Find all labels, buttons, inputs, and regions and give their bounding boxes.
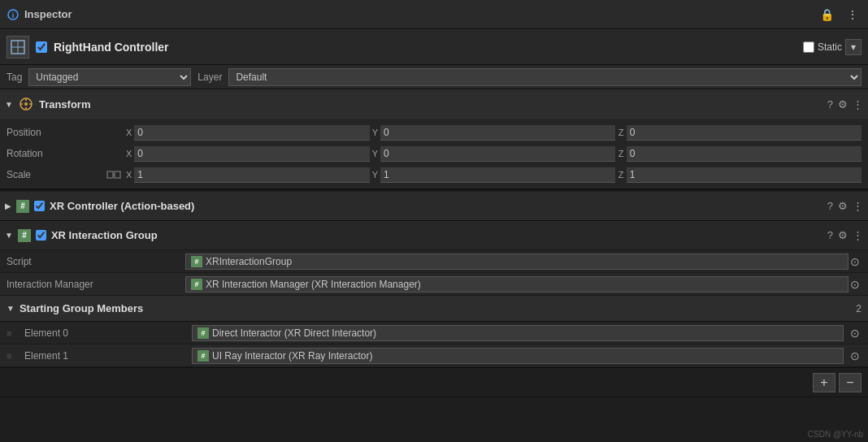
transform-settings-btn[interactable]: ⚙ (838, 98, 848, 110)
tag-select[interactable]: Untagged (28, 68, 191, 86)
element-0-hash-icon: # (197, 327, 209, 339)
element-1-hash-icon: # (197, 350, 209, 362)
element-1-value-text: UI Ray Interactor (XR Ray Interactor) (212, 350, 372, 362)
title-bar: i Inspector 🔒 ⋮ (0, 0, 868, 29)
xr-group-chevron[interactable]: ▼ (5, 231, 13, 240)
rotation-z-input[interactable] (627, 146, 861, 162)
position-x-label: X (124, 128, 134, 137)
interaction-manager-target-btn[interactable]: ⊙ (848, 278, 861, 291)
starting-group-members-header: ▼ Starting Group Members 2 (0, 296, 868, 322)
scale-y-input[interactable] (380, 167, 615, 183)
scale-x-label: X (124, 170, 134, 180)
xr-group-checkbox[interactable] (36, 230, 46, 240)
element-1-value: # UI Ray Interactor (XR Ray Interactor) (192, 348, 844, 364)
rotation-z-field: Z (615, 146, 861, 162)
transform-help-btn[interactable]: ? (827, 98, 833, 110)
xr-group-hash-icon: # (18, 229, 31, 242)
element-0-drag-handle[interactable]: ≡ (7, 328, 20, 338)
position-z-field: Z (615, 125, 861, 141)
rotation-xyz: X Y Z (124, 146, 861, 162)
rotation-y-label: Y (370, 149, 380, 158)
element-1-row: ≡ Element 1 # UI Ray Interactor (XR Ray … (0, 344, 868, 367)
xr-controller-help-btn[interactable]: ? (827, 200, 833, 212)
add-element-button[interactable]: + (813, 373, 835, 392)
rotation-x-input[interactable] (134, 146, 369, 162)
position-x-input[interactable] (134, 125, 369, 141)
rotation-row: Rotation X Y Z (7, 143, 861, 164)
svg-rect-11 (107, 171, 113, 178)
script-target-btn[interactable]: ⊙ (848, 255, 861, 268)
xr-controller-menu-btn[interactable]: ⋮ (853, 200, 863, 212)
transform-title: Transform (39, 98, 822, 110)
rotation-x-field: X (124, 146, 370, 162)
xr-controller-actions: ? ⚙ ⋮ (827, 200, 863, 212)
svg-point-6 (24, 102, 28, 106)
xr-interaction-group-component: ▼ # XR Interaction Group ? ⚙ ⋮ Script # … (0, 221, 868, 397)
position-y-label: Y (370, 128, 380, 137)
interaction-manager-value-text: XR Interaction Manager (XR Interaction M… (206, 279, 421, 290)
scale-label: Scale (7, 169, 104, 180)
rotation-label: Rotation (7, 148, 104, 159)
rotation-y-input[interactable] (380, 146, 615, 162)
element-0-value: # Direct Interactor (XR Direct Interacto… (192, 325, 844, 341)
transform-menu-btn[interactable]: ⋮ (853, 98, 863, 110)
xr-controller-hash-icon: # (16, 200, 29, 213)
xr-group-title: XR Interaction Group (51, 229, 822, 241)
object-header: RightHand Controller Static ▾ (0, 29, 868, 65)
rotation-z-label: Z (615, 149, 626, 158)
inspector-icon: i (7, 8, 20, 21)
element-1-target-btn[interactable]: ⊙ (848, 349, 861, 362)
svg-text:i: i (12, 11, 15, 20)
menu-button[interactable]: ⋮ (844, 6, 861, 23)
element-1-drag-handle[interactable]: ≡ (7, 351, 20, 361)
object-name: RightHand Controller (54, 41, 796, 54)
starting-group-members-title: Starting Group Members (20, 302, 856, 314)
transform-component: ▼ Transform ? ⚙ ⋮ Position X (0, 89, 868, 190)
scale-z-label: Z (615, 170, 626, 180)
scale-row: Scale X Y Z (7, 164, 861, 185)
transform-actions: ? ⚙ ⋮ (827, 98, 863, 110)
xr-controller-chevron[interactable]: ▶ (5, 202, 11, 210)
starting-group-members-chevron[interactable]: ▼ (7, 304, 15, 313)
transform-header: ▼ Transform ? ⚙ ⋮ (0, 89, 868, 119)
svg-rect-12 (115, 171, 120, 178)
transform-chevron[interactable]: ▼ (5, 100, 13, 109)
position-label: Position (7, 127, 104, 138)
xr-group-menu-btn[interactable]: ⋮ (853, 229, 863, 241)
lock-button[interactable]: 🔒 (817, 6, 837, 23)
tag-layer-row: Tag Untagged Layer Default (0, 65, 868, 89)
xr-controller-settings-btn[interactable]: ⚙ (838, 200, 848, 212)
element-0-value-text: Direct Interactor (XR Direct Interactor) (212, 327, 376, 339)
interaction-manager-label: Interaction Manager (7, 279, 185, 290)
xr-controller-checkbox[interactable] (34, 201, 45, 211)
position-y-field: Y (370, 125, 616, 141)
position-row: Position X Y Z (7, 122, 861, 143)
static-area: Static ▾ (803, 39, 861, 55)
scale-y-field: Y (370, 167, 616, 183)
scale-z-input[interactable] (627, 167, 861, 183)
xr-group-actions: ? ⚙ ⋮ (827, 229, 863, 241)
layer-select[interactable]: Default (228, 68, 861, 86)
inspector-title: Inspector (24, 8, 72, 20)
scale-y-label: Y (370, 170, 380, 180)
position-y-input[interactable] (380, 125, 615, 141)
transform-icon (18, 96, 34, 112)
watermark: CSDN @YY-nb (808, 430, 863, 439)
script-label: Script (7, 256, 185, 267)
xr-group-settings-btn[interactable]: ⚙ (838, 229, 848, 241)
element-0-target-btn[interactable]: ⊙ (848, 327, 861, 340)
scale-x-field: X (124, 167, 370, 183)
xr-group-help-btn[interactable]: ? (827, 229, 833, 241)
script-value-text: XRInteractionGroup (206, 256, 292, 267)
layer-label: Layer (197, 72, 222, 83)
object-active-checkbox[interactable] (36, 41, 47, 53)
static-dropdown[interactable]: ▾ (845, 39, 861, 55)
object-icon (7, 36, 29, 58)
scale-x-input[interactable] (134, 167, 369, 183)
static-checkbox[interactable] (803, 41, 814, 53)
static-label: Static (818, 41, 842, 53)
interaction-manager-field-row: Interaction Manager # XR Interaction Man… (0, 273, 868, 296)
position-z-input[interactable] (627, 125, 861, 141)
remove-element-button[interactable]: − (839, 373, 861, 392)
element-1-label: Element 1 (24, 350, 187, 362)
